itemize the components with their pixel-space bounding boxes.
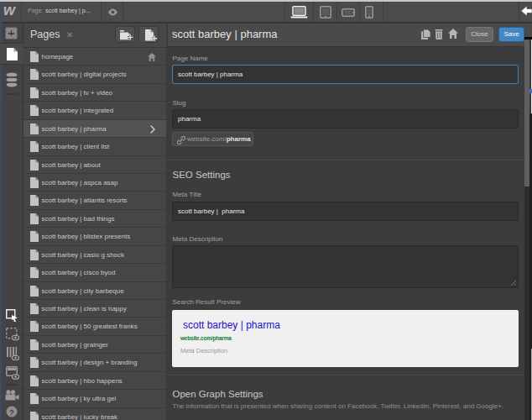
svg-text:?: ? bbox=[9, 407, 14, 417]
